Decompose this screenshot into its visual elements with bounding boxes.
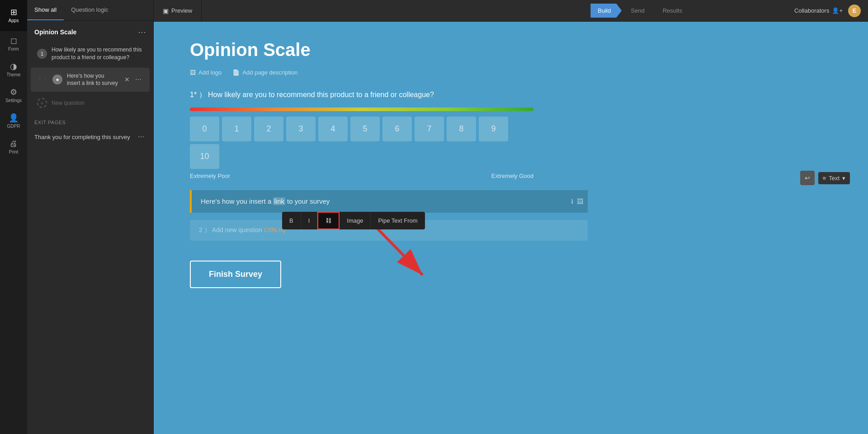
bold-button[interactable]: B (282, 212, 301, 229)
new-question-icon: + (37, 98, 47, 108)
theme-label: Theme (6, 72, 20, 77)
sidebar-item-gdpr[interactable]: 👤 GDPR (0, 108, 27, 134)
scale-btn-10[interactable]: 10 (190, 144, 219, 169)
scale-btn-3[interactable]: 3 (286, 117, 316, 141)
scale-label-left: Extremely Poor (190, 173, 230, 179)
q-actions-2: ✕ ⋯ (123, 75, 143, 84)
settings-label: Settings (5, 98, 22, 103)
pipeline-step-build[interactable]: Build (590, 4, 622, 18)
question-block-1: 1* ） How likely are you to recommend thi… (190, 89, 832, 179)
scale-btn-4[interactable]: 4 (318, 117, 348, 141)
build-label: Build (598, 7, 611, 14)
pipeline-step-results[interactable]: Results (654, 4, 691, 18)
desc-block-wrapper: Here's how you insert a link to your sur… (190, 190, 588, 213)
q1-text: How likely are you to recommend this pro… (208, 91, 434, 98)
exit-pages-section: EXIT PAGES Thank you for completing this… (27, 113, 153, 149)
form-icon: ◻ (10, 37, 17, 45)
main-content: ▣ Preview Build Send Results Collaborato… (154, 0, 868, 434)
sidebar-item-settings[interactable]: ⚙ Settings (0, 83, 27, 108)
italic-button[interactable]: I (301, 212, 318, 229)
add-collaborator-icon: 👤+ (832, 7, 843, 14)
undo-button[interactable]: ↩ (800, 171, 815, 185)
q-close-button[interactable]: ✕ (123, 75, 132, 84)
pipeline-step-send[interactable]: Send (622, 4, 653, 18)
exit-page-text-1: Thank you for completing this survey (34, 134, 130, 140)
type-icon: ≡ (823, 175, 826, 182)
finish-survey-wrapper: Finish Survey (190, 252, 832, 288)
toolbar-popup: B I ⛓ Image Pipe Text From (282, 212, 425, 229)
question-type-selector[interactable]: ≡ Text ▾ (818, 172, 850, 184)
add-desc-label: Add page description (242, 69, 297, 76)
question-item-1[interactable]: 1 How likely are you to recommend this p… (31, 42, 150, 66)
scale-btn-5[interactable]: 5 (350, 117, 380, 141)
image-icon: 🖼 (190, 69, 196, 76)
q-number-2: ● (52, 75, 62, 84)
image-small-icon: 🖼 (577, 198, 583, 205)
tab-show-all[interactable]: Show all (27, 0, 64, 20)
scale-btn-8[interactable]: 8 (447, 117, 476, 141)
sidebar-item-print[interactable]: 🖨 Print (0, 134, 27, 160)
link-button[interactable]: ⛓ (317, 212, 340, 229)
top-bar-right: Collaborators 👤+ E (794, 5, 868, 17)
add-question-placeholder: Add new question (212, 226, 262, 233)
form-more-button[interactable]: ⋯ (138, 27, 146, 37)
scale-btn-1[interactable]: 1 (222, 117, 251, 141)
gradient-bar (190, 107, 533, 111)
sidebar-item-form[interactable]: ◻ Form (0, 31, 27, 57)
avatar[interactable]: E (848, 5, 861, 17)
scale-btn-6[interactable]: 6 (382, 117, 412, 141)
q-text-2: Here's how you insert a link to survey (67, 72, 118, 88)
add-logo-label: Add logo (198, 69, 222, 76)
desc-text: Here's how you insert a link to your sur… (201, 197, 330, 205)
finish-survey-button[interactable]: Finish Survey (190, 261, 281, 288)
sidebar-item-apps[interactable]: ⊞ Apps (0, 0, 27, 31)
top-bar: ▣ Preview Build Send Results Collaborato… (154, 0, 868, 22)
question-type-box: ↩ ≡ Text ▾ (800, 171, 850, 185)
q-number-1: 1 (37, 49, 47, 59)
q1-number: 1* ） (190, 91, 206, 98)
exit-page-more-button[interactable]: ⋯ (136, 132, 146, 141)
undo-icon: ↩ (805, 174, 810, 182)
sidebar-item-theme[interactable]: ◑ Theme (0, 57, 27, 83)
new-question-item[interactable]: + New question (31, 93, 150, 112)
image-button[interactable]: Image (340, 212, 371, 229)
scale-btn-7[interactable]: 7 (415, 117, 444, 141)
exit-pages-label: EXIT PAGES (34, 120, 146, 125)
exit-page-item-1[interactable]: Thank you for completing this survey ⋯ (34, 129, 146, 145)
form-label: Form (8, 47, 19, 51)
desc-side-icons: ℹ 🖼 (571, 198, 583, 205)
print-label: Print (9, 149, 19, 154)
pipe-text-button[interactable]: Pipe Text From (371, 212, 425, 229)
scale-btn-0[interactable]: 0 (190, 117, 219, 141)
info-icon: ℹ (571, 198, 573, 205)
type-label: Text (829, 175, 840, 182)
panel-tabs: Show all Question logic (27, 0, 153, 21)
drag-handle-icon: ⋮⋮ (37, 76, 48, 83)
survey-meta-actions: 🖼 Add logo 📄 Add page description (190, 69, 832, 76)
link-icon: ⛓ (326, 217, 331, 224)
survey-canvas: Opinion Scale 🖼 Add logo 📄 Add page desc… (154, 22, 868, 434)
add-desc-action[interactable]: 📄 Add page description (232, 69, 297, 76)
question-item-2[interactable]: ⋮⋮ ● Here's how you insert a link to sur… (31, 68, 150, 92)
q-text-1: How likely are you to recommend this pro… (52, 46, 143, 61)
left-panel: Show all Question logic Opinion Scale ⋯ … (27, 0, 154, 434)
send-label: Send (631, 7, 644, 14)
scale-btn-9[interactable]: 9 (479, 117, 508, 141)
q-more-button[interactable]: ⋯ (133, 75, 143, 84)
results-label: Results (663, 7, 682, 14)
form-title: Opinion Scale (34, 28, 76, 36)
add-logo-action[interactable]: 🖼 Add logo (190, 69, 222, 76)
dropdown-icon: ▾ (842, 175, 845, 182)
scale-btn-2[interactable]: 2 (254, 117, 283, 141)
collaborators-button[interactable]: Collaborators 👤+ (794, 7, 843, 14)
survey-title: Opinion Scale (190, 40, 832, 60)
print-icon: 🖨 (9, 140, 18, 148)
preview-tab[interactable]: ▣ Preview (154, 0, 202, 22)
description-block[interactable]: Here's how you insert a link to your sur… (190, 190, 588, 213)
scale-label-right: Extremely Good (491, 173, 533, 179)
preview-label: Preview (171, 7, 192, 14)
tab-question-logic[interactable]: Question logic (64, 0, 115, 20)
theme-icon: ◑ (10, 62, 17, 70)
scale-buttons: 0 1 2 3 4 5 6 7 8 9 10 (190, 117, 533, 169)
question-1-label: 1* ） How likely are you to recommend thi… (190, 89, 832, 100)
